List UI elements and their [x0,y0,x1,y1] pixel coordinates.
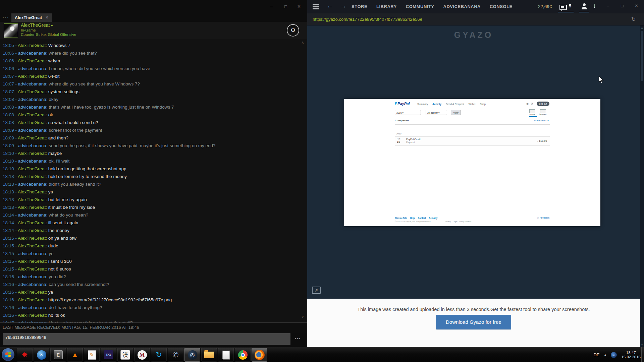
steam-close-button[interactable]: ✕ [635,3,638,8]
kanji-app-icon-button[interactable]: 漢 [117,348,133,362]
red-app-icon-button[interactable]: ✸ [17,348,33,362]
steam-chat-window: – □ ✕ ··· AlexTheGreat ✕ AlexTheGreat ▾ … [0,0,307,347]
browser-scrollbar[interactable]: ∧ ∨ [640,25,644,347]
message-sender: AlexTheGreat: [18,228,48,233]
message-text: send you the pass, if it shows you have … [49,143,215,148]
refresh-icon[interactable]: ↻ [631,16,636,22]
message-sender: advicebanana: [18,159,49,164]
paypal-logout-button: Log out [537,102,549,106]
nav-item[interactable]: CONSOLE [490,0,513,13]
chat-close-button[interactable]: ✕ [297,4,301,9]
chat-message: 18:06 - advicebanana: where did you see … [0,49,307,57]
nav-item[interactable]: LIBRARY [376,0,397,13]
message-time: 18:08 - [3,105,18,110]
firefox-taskbar-icon [255,350,265,360]
chat-message-input[interactable] [3,333,290,345]
language-indicator[interactable]: DE [593,352,599,357]
message-sender: AlexTheGreat: [18,197,48,202]
sync-app-icon-button[interactable]: ↻ [151,348,167,362]
chat-tab-close-icon[interactable]: ✕ [45,15,48,20]
paypal-footer-link: Help [410,217,415,219]
steam-taskbar-icon-button[interactable]: ◎ [184,348,200,362]
chat-message: 18:13 - AlexTheGreat: it must be from my… [0,203,307,211]
message-time: 18:15 - [3,259,18,264]
message-sender: AlexTheGreat: [18,189,48,194]
chat-scroll-down-icon[interactable]: ∨ [301,314,304,319]
phone-app-icon-button[interactable]: ✆ [168,348,183,362]
chat-minimize-button[interactable]: – [270,4,273,9]
kanji-app-icon: 漢 [121,350,130,359]
clock[interactable]: 18:47 15.02.2016 [621,351,641,359]
e-app-icon-button[interactable]: E [50,348,66,362]
chat-notifications-icon[interactable] [559,5,567,10]
paypal-year-group: 2015 [396,132,401,135]
downloads-icon[interactable]: ↓ [593,2,596,9]
firefox-taskbar-icon-button[interactable] [252,348,267,362]
message-text: hold on im gettting that screenshot app [48,166,126,171]
scroll-down-icon[interactable]: ∨ [640,343,644,346]
message-link[interactable]: https://i.gyazo.com/2df021270cacc98d1992… [48,297,172,302]
forward-icon[interactable]: → [340,2,347,10]
gear-icon: ⚙ [290,27,296,34]
chat-message: 18:14 - AlexTheGreat: ill send it again [0,219,307,227]
message-time: 18:13 - [3,174,18,179]
nav-item[interactable]: STORE [352,0,367,13]
show-desktop-button[interactable] [641,347,644,362]
chat-message: 18:15 - AlexTheGreat: dude [0,242,307,250]
message-text: hold on lemme try to resend the money [48,174,127,179]
chat-more-button[interactable]: ••• [295,336,301,341]
message-sender: advicebanana: [18,66,49,71]
phone-app-icon: ✆ [172,351,178,359]
nav-item[interactable]: COMMUNITY [406,0,434,13]
paypal-legal-links: PrivacyLegalPolicy updates [445,221,471,223]
chrome-icon-button[interactable] [235,348,251,362]
message-sender: AlexTheGreat: [18,43,48,48]
tex-icon-button[interactable]: TeX [101,348,116,362]
url-input[interactable]: https://gyazo.com/fe17722e895f3f407fb773… [313,13,422,25]
chat-tabs-menu-icon[interactable]: ··· [3,15,9,20]
text-editor-icon-button[interactable]: ✎ [84,348,100,362]
message-time: 18:08 - [3,112,18,117]
message-time: 18:15 - [3,266,18,272]
chat-scroll-up-icon[interactable]: ∧ [301,40,304,45]
message-time: 18:13 - [3,197,18,202]
chat-message: 18:08 - advicebanana: okay [0,96,307,103]
chat-tab[interactable]: AlexTheGreat ✕ [11,13,52,22]
chat-message: 18:13 - AlexTheGreat: ya [0,188,307,196]
steam-tray-icon[interactable]: ◎ [611,352,617,358]
message-text: ill send it again [48,220,78,225]
message-text: ye [49,251,53,256]
scroll-up-icon[interactable]: ∧ [640,26,644,29]
expand-icon[interactable]: ↗ [312,287,321,294]
scrollbar-thumb[interactable] [641,31,643,81]
gyazo-logo: Gyazo [307,30,640,40]
steam-minimize-button[interactable]: – [607,3,609,8]
browser-url-bar: https://gyazo.com/fe17722e895f3f407fb773… [307,13,644,25]
notes-icon-button[interactable] [218,348,234,362]
wallet-balance[interactable]: 22,69€ [538,0,552,13]
message-text: ya [48,189,53,194]
message-time: 18:10 - [3,159,18,164]
back-icon[interactable]: ← [327,2,333,10]
chat-maximize-button[interactable]: □ [284,4,287,9]
m-app-icon-button[interactable]: M [134,348,150,362]
start-button[interactable] [2,348,14,361]
friend-name-menu[interactable]: AlexTheGreat ▾ [21,22,53,28]
friends-person-icon[interactable] [582,3,587,10]
folder-icon-button[interactable] [201,348,217,362]
mail-bird-icon-button[interactable]: ✉ [34,348,49,362]
message-time: 18:08 - [3,120,18,125]
menu-icon[interactable] [313,4,319,10]
tray-expand-icon[interactable]: ▲ [604,353,607,356]
avatar[interactable] [4,23,18,38]
paypal-activity-dropdown: All activity ▾ [426,110,447,115]
chat-message: 18:17 - advicebanana: i just... what som… [0,319,307,322]
m-app-icon: M [138,350,147,360]
chat-message: 18:06 - advicebanana: I mean, where did … [0,65,307,72]
message-sender: advicebanana: [18,282,49,287]
nav-item[interactable]: ADVICEBANANA [443,0,481,13]
download-gyazo-button[interactable]: Download Gyazo for free [436,315,511,329]
chat-settings-button[interactable]: ⚙ [287,24,299,37]
steam-maximize-button[interactable]: □ [621,3,624,8]
vlc-icon-button[interactable]: ▲ [67,348,83,362]
